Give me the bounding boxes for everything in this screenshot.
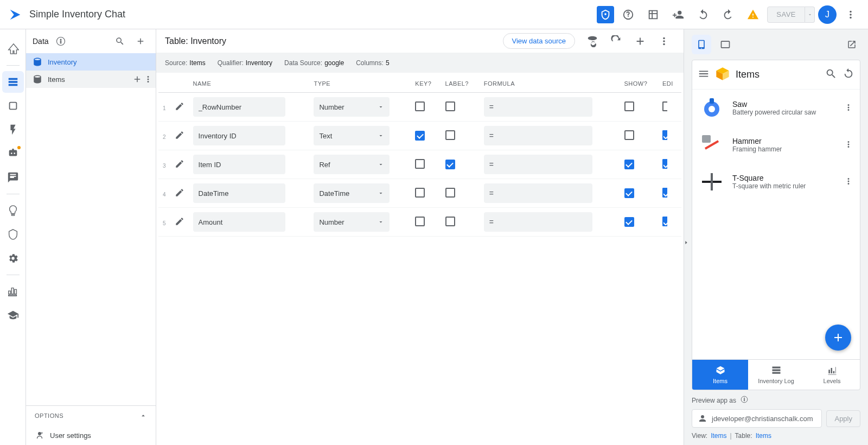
rail-intelligence-icon[interactable] xyxy=(2,200,24,221)
formula-input[interactable] xyxy=(484,97,592,117)
edit-column-icon[interactable] xyxy=(170,93,189,122)
list-item[interactable]: Saw Battery powered circular saw xyxy=(692,90,860,126)
nav-item-inventory-log[interactable]: Inventory Log xyxy=(748,360,804,390)
key-checkbox[interactable] xyxy=(415,159,425,169)
col-header-key: KEY? xyxy=(411,73,441,93)
preview-view-link[interactable]: Items xyxy=(711,432,726,440)
help-icon[interactable] xyxy=(617,4,639,26)
add-slice-icon[interactable] xyxy=(132,74,143,85)
column-name-input[interactable] xyxy=(193,97,285,117)
collapse-preview-icon[interactable] xyxy=(684,237,689,248)
refresh-icon[interactable] xyxy=(605,30,627,52)
show-checkbox[interactable] xyxy=(624,101,634,111)
editable-checkbox[interactable] xyxy=(662,101,667,111)
column-name-input[interactable] xyxy=(193,126,285,145)
add-column-icon[interactable] xyxy=(629,30,651,52)
undo-icon[interactable] xyxy=(692,4,714,26)
show-checkbox[interactable] xyxy=(624,160,634,169)
rail-education-icon[interactable] xyxy=(2,304,24,326)
column-name-input[interactable] xyxy=(193,183,285,203)
appsheet-logo[interactable] xyxy=(8,7,23,22)
show-checkbox[interactable] xyxy=(624,217,634,227)
editable-checkbox[interactable] xyxy=(662,130,667,140)
rail-security-icon[interactable] xyxy=(2,224,24,245)
share-icon[interactable] xyxy=(597,6,614,23)
preview-mobile-tab[interactable] xyxy=(692,35,711,54)
add-table-icon[interactable] xyxy=(132,33,149,50)
column-name-input[interactable] xyxy=(193,212,285,232)
label-checkbox[interactable] xyxy=(445,101,455,111)
label-checkbox[interactable] xyxy=(445,188,455,198)
table-more-icon[interactable] xyxy=(653,30,675,52)
user-avatar[interactable]: J xyxy=(818,5,837,24)
search-tables-icon[interactable] xyxy=(111,33,129,50)
edit-column-icon[interactable] xyxy=(170,122,189,150)
nav-item-items[interactable]: Items xyxy=(692,360,748,390)
user-settings-item[interactable]: User settings xyxy=(26,425,156,445)
show-checkbox[interactable] xyxy=(624,130,634,140)
list-item[interactable]: Hammer Framing hammer xyxy=(692,126,860,163)
label-checkbox[interactable] xyxy=(445,160,455,169)
info-icon[interactable] xyxy=(52,33,69,50)
add-users-icon[interactable] xyxy=(667,4,689,26)
column-type-select[interactable]: Number xyxy=(314,97,390,117)
list-item[interactable]: T-Square T-square with metric ruler xyxy=(692,163,860,200)
formula-input[interactable] xyxy=(484,155,592,174)
rail-chat-icon[interactable] xyxy=(2,167,24,188)
source-label: Source:Items xyxy=(165,59,206,67)
formula-input[interactable] xyxy=(484,126,592,145)
preview-table-link[interactable]: Items xyxy=(756,432,771,440)
item-more-icon[interactable] xyxy=(844,139,853,151)
view-data-source-button[interactable]: View data source xyxy=(503,33,576,49)
label-checkbox[interactable] xyxy=(445,130,455,140)
rail-home-icon[interactable] xyxy=(2,38,24,60)
rail-settings-icon[interactable] xyxy=(2,247,24,269)
edit-column-icon[interactable] xyxy=(170,150,189,179)
column-type-select[interactable]: Ref xyxy=(314,155,390,174)
hamburger-icon[interactable] xyxy=(698,68,710,81)
svg-point-0 xyxy=(604,13,607,15)
key-checkbox[interactable] xyxy=(415,131,425,141)
rail-data-icon[interactable] xyxy=(2,71,24,93)
column-name-input[interactable] xyxy=(193,155,285,174)
column-type-select[interactable]: Text xyxy=(314,126,390,145)
nav-item-levels[interactable]: Levels xyxy=(804,360,860,390)
data-table-items[interactable]: Items xyxy=(26,71,156,88)
device-sync-icon[interactable] xyxy=(843,68,854,81)
data-table-inventory[interactable]: Inventory xyxy=(26,53,156,71)
formula-input[interactable] xyxy=(484,212,592,232)
item-more-icon[interactable] xyxy=(844,103,853,114)
editable-checkbox[interactable] xyxy=(662,217,667,226)
warning-icon[interactable] xyxy=(742,4,764,26)
regenerate-icon[interactable] xyxy=(582,30,603,52)
key-checkbox[interactable] xyxy=(415,217,425,226)
rail-views-icon[interactable] xyxy=(2,95,24,117)
edit-column-icon[interactable] xyxy=(170,208,189,237)
more-icon[interactable] xyxy=(840,4,861,26)
rail-bot-icon[interactable] xyxy=(2,143,24,164)
show-checkbox[interactable] xyxy=(624,188,634,198)
editable-checkbox[interactable] xyxy=(662,188,667,198)
column-type-select[interactable]: Number xyxy=(314,212,390,232)
edit-column-icon[interactable] xyxy=(170,179,189,208)
options-header[interactable]: OPTIONS xyxy=(26,406,156,425)
label-checkbox[interactable] xyxy=(445,217,455,226)
fab-add-button[interactable] xyxy=(825,325,851,351)
preview-email-input[interactable]: jdeveloper@christianschalk.com xyxy=(692,409,822,428)
item-more-icon[interactable] xyxy=(844,176,853,188)
open-preview-icon[interactable] xyxy=(843,36,860,53)
table-more-icon[interactable] xyxy=(143,74,154,85)
key-checkbox[interactable] xyxy=(415,188,425,198)
column-type-select[interactable]: DateTime xyxy=(314,183,390,203)
preview-as-info-icon[interactable] xyxy=(741,396,748,405)
key-checkbox[interactable] xyxy=(415,101,425,111)
preview-tablet-tab[interactable] xyxy=(716,35,735,54)
rail-monitor-icon[interactable] xyxy=(2,281,24,302)
redo-icon[interactable] xyxy=(717,4,739,26)
table-view-icon[interactable] xyxy=(642,4,664,26)
rail-actions-icon[interactable] xyxy=(2,119,24,141)
device-search-icon[interactable] xyxy=(825,68,837,81)
formula-input[interactable] xyxy=(484,183,592,203)
save-dropdown[interactable] xyxy=(805,7,815,23)
editable-checkbox[interactable] xyxy=(662,159,667,169)
